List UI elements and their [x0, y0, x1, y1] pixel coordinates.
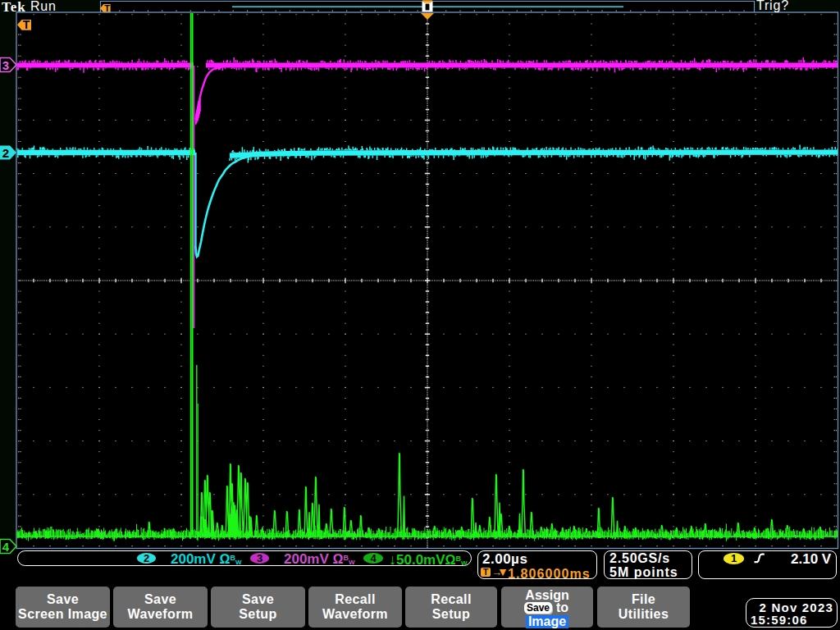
svg-text:3: 3 — [2, 58, 9, 72]
svg-text:T: T — [104, 3, 110, 13]
svg-text:2: 2 — [2, 146, 9, 160]
svg-text:4: 4 — [2, 540, 10, 554]
svg-text:T: T — [23, 18, 30, 31]
